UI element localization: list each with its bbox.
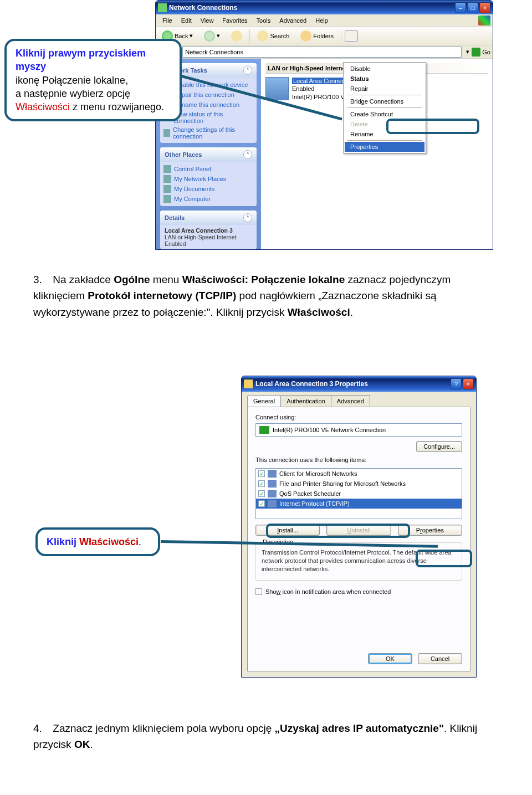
ok-button[interactable]: OK (368, 653, 412, 664)
forward-button[interactable]: ▾ (200, 28, 224, 44)
checkbox-icon[interactable]: ✓ (258, 470, 265, 477)
checkbox-icon[interactable]: ✓ (258, 490, 265, 497)
chevron-up-icon: ˄ (243, 66, 252, 75)
item-icon (268, 490, 277, 497)
address-dropdown[interactable]: ▾ (464, 48, 472, 55)
configure-button[interactable]: Configure... (416, 441, 462, 452)
other-places-box: Other Places˄ Control Panel My Network P… (160, 147, 257, 206)
forward-icon (204, 30, 215, 42)
task-icon (163, 129, 170, 137)
place-item[interactable]: Control Panel (163, 164, 253, 174)
list-item[interactable]: ✓File and Printer Sharing for Microsoft … (256, 479, 462, 489)
items-label: This connection uses the following items… (255, 457, 462, 463)
list-item-tcpip[interactable]: ✓Internet Protocol (TCP/IP) (256, 499, 462, 509)
step4-number: 4. (33, 720, 50, 736)
views-button[interactable] (345, 30, 358, 42)
ctx-status[interactable]: Status (345, 74, 424, 84)
other-places-header[interactable]: Other Places˄ (160, 147, 257, 162)
place-label: Control Panel (174, 166, 211, 172)
place-label: My Network Places (174, 176, 226, 182)
callout1-l4b: z menu rozwijanego. (70, 101, 164, 112)
menubar: File Edit View Favorites Tools Advanced … (156, 14, 493, 27)
place-label: My Computer (174, 196, 211, 202)
highlight-properties-menuitem (386, 119, 479, 134)
dialog-titlebar[interactable]: Local Area Connection 3 Properties ? × (242, 376, 476, 392)
folders-button[interactable]: Folders (296, 28, 337, 44)
chevron-up-icon: ˄ (243, 213, 252, 222)
callout2-b: Właściwości (79, 536, 139, 547)
up-button[interactable] (227, 28, 246, 44)
t: Zaznacz jednym kliknięciem pola wyboru o… (53, 722, 274, 734)
details-state: Enabled (165, 240, 186, 247)
callout-click-properties: Kliknij Właściwości. (35, 527, 160, 556)
toolbar: Back▾ ▾ Search Folders (156, 27, 493, 45)
titlebar[interactable]: Network Connections – □ × (156, 1, 493, 14)
step3-text: 3. Na zakładce Ogólne menu Właściwości: … (33, 271, 482, 320)
tab-advanced[interactable]: Advanced (331, 395, 370, 407)
step4-text: 4. Zaznacz jednym kliknięciem pola wybor… (33, 720, 482, 753)
connect-using-label: Connect using: (255, 414, 462, 420)
ctx-shortcut[interactable]: Create Shortcut (345, 109, 424, 119)
address-input[interactable] (182, 47, 462, 58)
task-item[interactable]: Change settings of this connection (163, 125, 253, 141)
tabs: General Authentication Advanced (247, 395, 470, 407)
folders-label: Folders (313, 33, 334, 39)
t: . (90, 738, 93, 750)
back-label: Back (175, 33, 188, 39)
task-label: Rename this connection (174, 101, 239, 108)
show-icon-row[interactable]: ✓ Show icon in notification area when co… (255, 588, 462, 595)
callout2-a: Kliknij (47, 536, 79, 547)
item-icon (268, 470, 277, 478)
folders-icon (300, 30, 311, 42)
highlight-tcpip-selection (266, 524, 410, 538)
menu-tools[interactable]: Tools (252, 16, 275, 25)
callout2-dot: . (139, 536, 141, 547)
t: Protokół internetowy (TCP/IP) (88, 290, 236, 301)
close-button[interactable]: × (463, 378, 474, 389)
ctx-repair[interactable]: Repair (345, 84, 424, 94)
t: Na zakładce (53, 274, 114, 285)
list-item[interactable]: ✓Client for Microsoft Networks (256, 469, 462, 479)
ctx-properties[interactable]: Properties (345, 142, 424, 152)
chevron-up-icon: ˄ (243, 150, 252, 159)
menu-favorites[interactable]: Favorites (218, 16, 252, 25)
callout-rightclick: Kliknij prawym przyciskiem myszy ikonę P… (4, 39, 182, 121)
details-header[interactable]: Details˄ (160, 211, 257, 225)
maximize-button[interactable]: □ (467, 2, 478, 13)
menu-file[interactable]: File (158, 16, 177, 25)
item-label: QoS Packet Scheduler (279, 490, 341, 497)
details-title: Details (165, 214, 185, 221)
items-listbox[interactable]: ✓Client for Microsoft Networks ✓File and… (255, 468, 462, 519)
task-label: View status of this connection (174, 111, 253, 124)
checkbox-icon[interactable]: ✓ (255, 588, 262, 595)
place-icon (163, 195, 171, 203)
menu-edit[interactable]: Edit (177, 16, 196, 25)
checkbox-icon[interactable]: ✓ (258, 480, 265, 487)
search-label: Search (270, 33, 289, 39)
help-button[interactable]: ? (451, 378, 462, 389)
place-item[interactable]: My Documents (163, 184, 253, 194)
step3-number: 3. (33, 271, 50, 288)
go-button[interactable]: Go (472, 48, 490, 57)
minimize-button[interactable]: – (455, 2, 466, 13)
place-item[interactable]: My Computer (163, 194, 253, 204)
place-label: My Documents (174, 186, 214, 192)
menu-help[interactable]: Help (311, 16, 332, 25)
menu-view[interactable]: View (196, 16, 218, 25)
menu-advanced[interactable]: Advanced (275, 16, 311, 25)
checkbox-icon[interactable]: ✓ (258, 500, 265, 507)
list-item[interactable]: ✓QoS Packet Scheduler (256, 489, 462, 499)
tab-authentication[interactable]: Authentication (280, 395, 331, 407)
t: „Uzyskaj adres IP automatycznie" (275, 722, 444, 734)
ctx-bridge[interactable]: Bridge Connections (345, 96, 424, 106)
window-title: Network Connections (169, 4, 454, 12)
ctx-disable[interactable]: Disable (345, 64, 424, 74)
search-button[interactable]: Search (253, 28, 293, 44)
ctx-separator (347, 95, 422, 95)
item-icon (268, 480, 277, 488)
cancel-button[interactable]: Cancel (418, 653, 462, 664)
place-item[interactable]: My Network Places (163, 174, 253, 184)
tab-general[interactable]: General (247, 395, 281, 407)
window-icon (158, 3, 167, 12)
close-button[interactable]: × (479, 2, 490, 13)
